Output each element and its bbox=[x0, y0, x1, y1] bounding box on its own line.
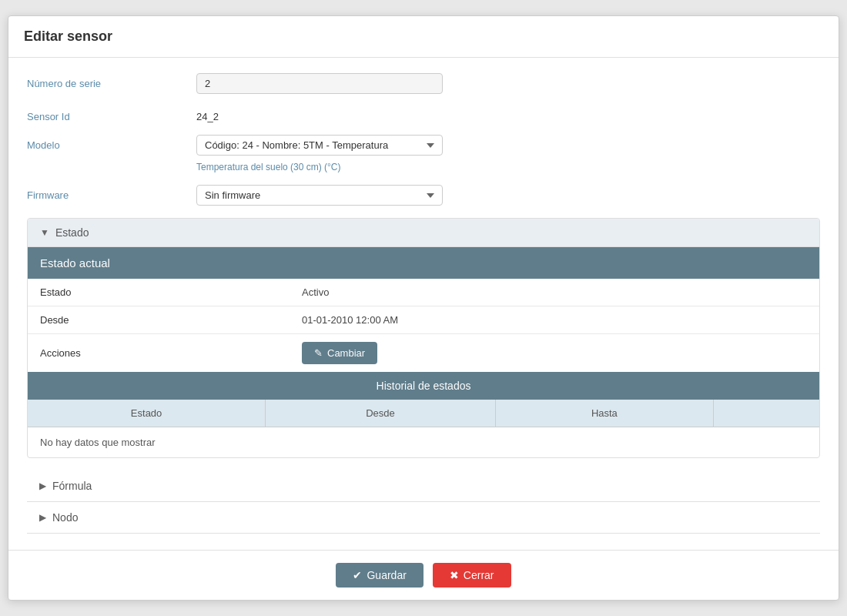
historial-empty-text: No hay datos que mostrar bbox=[28, 427, 819, 458]
estado-section-label: Estado bbox=[55, 226, 89, 239]
modelo-group: Modelo Código: 24 - Nombre: 5TM - Temper… bbox=[27, 135, 820, 172]
modal-footer: ✔ Guardar ✖ Cerrar bbox=[8, 550, 839, 600]
nodo-section[interactable]: ▶ Nodo bbox=[27, 502, 820, 534]
historial-header-row: Estado Desde Hasta bbox=[28, 400, 819, 427]
estado-section-header[interactable]: ▼ Estado bbox=[28, 219, 819, 247]
check-icon: ✔ bbox=[353, 569, 362, 581]
desde-field-label: Desde bbox=[28, 306, 290, 334]
acciones-field-value: ✎ Cambiar bbox=[290, 334, 819, 373]
modelo-label: Modelo bbox=[27, 135, 196, 151]
cambiar-button[interactable]: ✎ Cambiar bbox=[302, 342, 377, 364]
cambiar-label: Cambiar bbox=[327, 347, 365, 359]
estado-field-label: Estado bbox=[28, 279, 290, 306]
table-row: Acciones ✎ Cambiar bbox=[28, 334, 819, 373]
estado-section: ▼ Estado Estado actual Estado Activo Des… bbox=[27, 218, 820, 458]
modal-header: Editar sensor bbox=[8, 16, 839, 58]
sensor-id-group: Sensor Id 24_2 bbox=[27, 106, 820, 122]
firmware-group: Firmware Sin firmware bbox=[27, 185, 820, 206]
cerrar-label: Cerrar bbox=[464, 569, 494, 581]
edit-sensor-modal: Editar sensor Número de serie Sensor Id … bbox=[8, 15, 839, 601]
firmware-select[interactable]: Sin firmware bbox=[196, 185, 443, 206]
numero-serie-label: Número de serie bbox=[27, 73, 196, 89]
col-desde: Desde bbox=[266, 400, 496, 427]
firmware-label: Firmware bbox=[27, 185, 196, 201]
nodo-label: Nodo bbox=[52, 511, 78, 524]
guardar-button[interactable]: ✔ Guardar bbox=[336, 563, 423, 588]
formula-label: Fórmula bbox=[52, 480, 92, 492]
modal-body: Número de serie Sensor Id 24_2 Modelo Có… bbox=[8, 58, 839, 550]
historial-title: Historial de estados bbox=[377, 380, 471, 392]
estado-actual-card: Estado actual bbox=[28, 247, 819, 279]
modelo-hint: Temperatura del suelo (30 cm) (°C) bbox=[196, 162, 820, 172]
numero-serie-input[interactable] bbox=[196, 73, 443, 94]
numero-serie-wrap bbox=[196, 73, 820, 94]
formula-section[interactable]: ▶ Fórmula bbox=[27, 470, 820, 502]
acciones-field-label: Acciones bbox=[28, 334, 290, 373]
firmware-wrap: Sin firmware bbox=[196, 185, 820, 206]
estado-table: Estado Activo Desde 01-01-2010 12:00 AM … bbox=[28, 279, 819, 372]
sensor-id-label: Sensor Id bbox=[27, 106, 196, 122]
desde-field-value: 01-01-2010 12:00 AM bbox=[290, 306, 819, 334]
cerrar-button[interactable]: ✖ Cerrar bbox=[433, 563, 511, 588]
table-row: Estado Activo bbox=[28, 279, 819, 306]
estado-actual-title: Estado actual bbox=[40, 256, 110, 270]
numero-serie-group: Número de serie bbox=[27, 73, 820, 94]
guardar-label: Guardar bbox=[367, 569, 406, 581]
col-estado: Estado bbox=[28, 400, 266, 427]
estado-field-value: Activo bbox=[290, 279, 819, 306]
formula-chevron-icon: ▶ bbox=[39, 480, 46, 491]
historial-table: Estado Desde Hasta No hay datos que most… bbox=[28, 400, 819, 457]
estado-chevron-icon: ▼ bbox=[40, 227, 49, 238]
col-actions bbox=[714, 400, 820, 427]
modal-title: Editar sensor bbox=[24, 28, 112, 44]
historial-empty-row: No hay datos que mostrar bbox=[28, 427, 819, 458]
sensor-id-wrap: 24_2 bbox=[196, 106, 820, 122]
edit-icon: ✎ bbox=[314, 347, 323, 359]
modelo-wrap: Código: 24 - Nombre: 5TM - Temperatura T… bbox=[196, 135, 820, 172]
sensor-id-value: 24_2 bbox=[196, 106, 820, 122]
x-icon: ✖ bbox=[450, 569, 459, 581]
nodo-chevron-icon: ▶ bbox=[39, 512, 46, 523]
col-hasta: Hasta bbox=[495, 400, 713, 427]
modelo-select[interactable]: Código: 24 - Nombre: 5TM - Temperatura bbox=[196, 135, 443, 156]
historial-header: Historial de estados bbox=[28, 372, 819, 400]
table-row: Desde 01-01-2010 12:00 AM bbox=[28, 306, 819, 334]
